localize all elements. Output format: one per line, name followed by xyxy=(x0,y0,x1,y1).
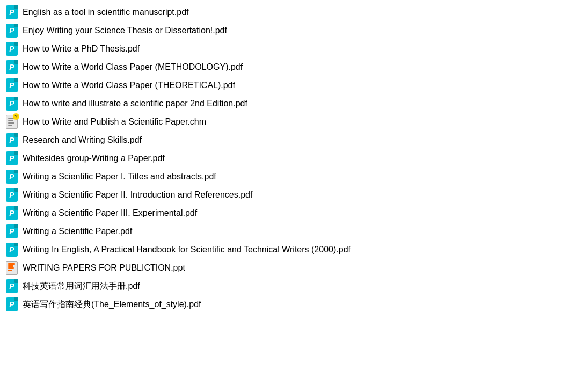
list-item[interactable]: P Writing a Scientific Paper I. Titles a… xyxy=(0,168,569,186)
list-item[interactable]: P How to Write a PhD Thesis.pdf xyxy=(0,40,569,58)
list-item[interactable]: P English as a tool in scientific manusc… xyxy=(0,3,569,21)
list-item[interactable]: P Writing a Scientific Paper.pdf xyxy=(0,222,569,241)
file-name: 英语写作指南经典(The_Elements_of_style).pdf xyxy=(23,297,201,311)
file-name: How to Write a World Class Paper (THEORE… xyxy=(23,78,235,92)
file-list: P English as a tool in scientific manusc… xyxy=(0,3,569,314)
file-name: How to Write a PhD Thesis.pdf xyxy=(23,42,140,56)
pdf-icon: P xyxy=(4,206,19,221)
list-item[interactable]: P Writing a Scientific Paper III. Experi… xyxy=(0,204,569,222)
file-name: How to write and illustrate a scientific… xyxy=(23,97,247,111)
list-item[interactable]: ? How to Write and Publish a Scientific … xyxy=(0,113,569,131)
pdf-icon: P xyxy=(4,151,19,166)
file-name: 科技英语常用词汇用法手册.pdf xyxy=(23,279,140,293)
file-name: How to Write and Publish a Scientific Pa… xyxy=(23,115,206,129)
pdf-icon: P xyxy=(4,96,19,111)
file-name: Writing In English, A Practical Handbook… xyxy=(23,243,351,257)
pdf-icon: P xyxy=(4,224,19,239)
file-name: How to Write a World Class Paper (METHOD… xyxy=(23,60,243,74)
pdf-icon: P xyxy=(4,41,19,56)
pdf-icon: P xyxy=(4,187,19,202)
list-item[interactable]: P How to Write a World Class Paper (THEO… xyxy=(0,76,569,95)
pdf-icon: P xyxy=(4,5,19,20)
list-item[interactable]: P How to Write a World Class Paper (METH… xyxy=(0,58,569,76)
list-item[interactable]: P Research and Writing Skills.pdf xyxy=(0,131,569,149)
list-item[interactable]: P Whitesides group-Writing a Paper.pdf xyxy=(0,149,569,168)
pdf-icon: P xyxy=(4,279,19,294)
pdf-icon: P xyxy=(4,60,19,75)
file-name: Research and Writing Skills.pdf xyxy=(23,133,142,147)
pdf-icon: P xyxy=(4,78,19,93)
list-item[interactable]: WRITING PAPERS FOR PUBLICTION.ppt xyxy=(0,259,569,277)
file-name: English as a tool in scientific manuscri… xyxy=(23,5,188,19)
pdf-icon: P xyxy=(4,242,19,257)
chm-icon: ? xyxy=(4,114,19,129)
list-item[interactable]: P Writing In English, A Practical Handbo… xyxy=(0,241,569,259)
file-name: Writing a Scientific Paper I. Titles and… xyxy=(23,170,216,184)
file-name: Writing a Scientific Paper II. Introduct… xyxy=(23,188,252,202)
pdf-icon: P xyxy=(4,133,19,148)
list-item[interactable]: P How to write and illustrate a scientif… xyxy=(0,95,569,113)
file-name: Writing a Scientific Paper.pdf xyxy=(23,224,132,238)
list-item[interactable]: P Enjoy Writing your Science Thesis or D… xyxy=(0,21,569,40)
file-name: Whitesides group-Writing a Paper.pdf xyxy=(23,151,165,165)
file-name: Writing a Scientific Paper III. Experime… xyxy=(23,206,197,220)
ppt-icon xyxy=(4,260,19,275)
pdf-icon: P xyxy=(4,169,19,184)
file-name: Enjoy Writing your Science Thesis or Dis… xyxy=(23,24,227,38)
list-item[interactable]: P Writing a Scientific Paper II. Introdu… xyxy=(0,186,569,204)
pdf-icon: P xyxy=(4,297,19,312)
file-name: WRITING PAPERS FOR PUBLICTION.ppt xyxy=(23,261,185,275)
pdf-icon: P xyxy=(4,23,19,38)
list-item[interactable]: P 英语写作指南经典(The_Elements_of_style).pdf xyxy=(0,295,569,314)
list-item[interactable]: P 科技英语常用词汇用法手册.pdf xyxy=(0,277,569,295)
